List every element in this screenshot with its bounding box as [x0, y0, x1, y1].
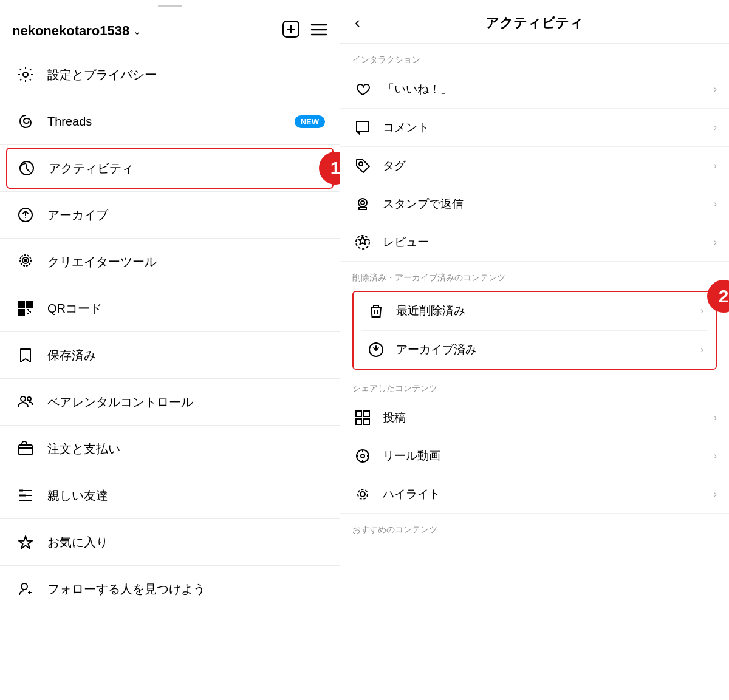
highlights-label: ハイライト [383, 486, 714, 502]
close-friends-icon [15, 484, 36, 506]
chevron-right-icon: › [700, 305, 703, 316]
reels-label: リール動画 [383, 448, 714, 464]
menu-item-favorites[interactable]: お気に入り [0, 522, 340, 563]
chevron-right-icon: › [714, 412, 717, 423]
menu-item-orders[interactable]: 注文と支払い [0, 428, 340, 469]
svg-point-13 [21, 396, 26, 401]
tag-icon [352, 155, 373, 176]
chevron-right-icon: › [714, 122, 717, 133]
reviews-label: レビュー [383, 234, 714, 250]
parental-label: ペアレンタルコントロール [47, 394, 193, 410]
svg-point-21 [21, 583, 27, 590]
discover-icon [15, 578, 36, 600]
right-item-highlights[interactable]: ハイライト › [340, 475, 729, 514]
threads-label: Threads [47, 115, 92, 129]
creator-icon [15, 251, 36, 273]
threads-icon [15, 110, 36, 132]
chevron-right-icon: › [714, 84, 717, 95]
stamp-icon [352, 194, 373, 214]
creator-label: クリエイターツール [47, 254, 157, 270]
right-item-reels[interactable]: リール動画 › [340, 437, 729, 475]
grid-icon [352, 407, 373, 428]
close-friends-label: 親しい友達 [47, 488, 108, 504]
chevron-right-icon: › [714, 489, 717, 500]
header-icons [282, 21, 327, 41]
svg-point-1 [23, 72, 28, 77]
right-item-archived[interactable]: アーカイブ済み › [354, 331, 716, 369]
right-item-reviews[interactable]: レビュー › [340, 223, 729, 262]
highlight-icon [352, 484, 373, 505]
add-icon[interactable] [282, 21, 299, 41]
section-label-shared: シェアしたコンテンツ [340, 372, 729, 399]
chevron-down-icon: ⌄ [133, 25, 141, 37]
svg-point-23 [358, 199, 367, 207]
menu-item-settings[interactable]: 設定とプライバシー [0, 54, 340, 95]
right-item-stamps[interactable]: スタンプで返信 › [340, 185, 729, 223]
new-badge: NEW [295, 115, 325, 128]
discover-label: フォローする人を見つけよう [47, 581, 205, 597]
menu-item-discover[interactable]: フォローする人を見つけよう [0, 568, 340, 610]
archive-icon [15, 204, 36, 226]
right-content: インタラクション 「いいね！」 › コメント › [340, 44, 729, 700]
gear-icon [15, 64, 36, 86]
menu-item-threads[interactable]: Threads NEW [0, 101, 340, 142]
right-item-recently-deleted[interactable]: 最近削除済み › [354, 292, 716, 330]
favorites-icon [15, 531, 36, 553]
menu-item-saved[interactable]: 保存済み [0, 335, 340, 376]
settings-label: 設定とプライバシー [47, 67, 157, 83]
qr-icon [15, 297, 36, 319]
activity-icon [16, 157, 38, 179]
parental-icon [15, 391, 36, 413]
section-label-deleted: 削除済み・アーカイブ済みのコンテンツ [340, 262, 729, 288]
svg-point-32 [361, 454, 364, 458]
back-button[interactable]: ‹ [352, 11, 363, 35]
stamps-label: スタンプで返信 [383, 196, 714, 212]
saved-label: 保存済み [47, 347, 96, 364]
svg-rect-29 [356, 419, 361, 424]
section-label-recommended: おすすめのコンテンツ [340, 514, 729, 540]
tags-label: タグ [383, 158, 714, 174]
svg-rect-28 [364, 411, 369, 416]
username-area[interactable]: nekonekotaro1538 ⌄ [12, 23, 141, 39]
archive2-icon [366, 339, 386, 360]
hamburger-icon[interactable] [310, 22, 327, 39]
svg-point-33 [358, 489, 368, 499]
left-panel: nekonekotaro1538 ⌄ [0, 0, 340, 700]
chevron-right-icon: › [700, 344, 703, 355]
svg-point-24 [361, 201, 364, 205]
svg-rect-12 [20, 311, 23, 314]
right-item-posts[interactable]: 投稿 › [340, 399, 729, 437]
menu-item-archive[interactable]: アーカイブ [0, 194, 340, 236]
right-item-likes[interactable]: 「いいね！」 › [340, 70, 729, 109]
orders-icon [15, 438, 36, 460]
trash-icon [366, 301, 386, 321]
username: nekonekotaro1538 [12, 23, 129, 39]
chevron-right-icon: › [714, 450, 717, 461]
comment-icon [352, 117, 373, 138]
menu-list: 設定とプライバシー Threads NEW [0, 49, 340, 700]
menu-item-parental[interactable]: ペアレンタルコントロール [0, 381, 340, 423]
favorites-label: お気に入り [47, 534, 108, 551]
orders-label: 注文と支払い [47, 441, 120, 457]
svg-point-22 [359, 162, 363, 166]
menu-item-close-friends[interactable]: 親しい友達 [0, 475, 340, 516]
right-item-tags[interactable]: タグ › [340, 147, 729, 185]
menu-item-activity[interactable]: アクティビティ [6, 148, 334, 189]
svg-rect-15 [19, 445, 32, 455]
reel-icon [352, 446, 373, 466]
right-item-comments[interactable]: コメント › [340, 109, 729, 147]
activity-label: アクティビティ [49, 160, 134, 177]
saved-icon [15, 344, 36, 366]
qr-label: QRコード [47, 301, 102, 317]
section-label-interactions: インタラクション [340, 44, 729, 70]
recently-deleted-label: 最近削除済み [396, 303, 700, 319]
chevron-right-icon: › [714, 199, 717, 209]
comments-label: コメント [383, 120, 714, 135]
menu-item-creator[interactable]: クリエイターツール [0, 241, 340, 282]
left-header: nekonekotaro1538 ⌄ [0, 10, 340, 49]
likes-label: 「いいね！」 [383, 81, 714, 97]
svg-point-14 [27, 397, 31, 401]
menu-item-qr[interactable]: QRコード [0, 288, 340, 329]
right-panel: ‹ アクティビティ インタラクション 「いいね！」 › コメント › [340, 0, 729, 700]
review-icon [352, 232, 373, 253]
